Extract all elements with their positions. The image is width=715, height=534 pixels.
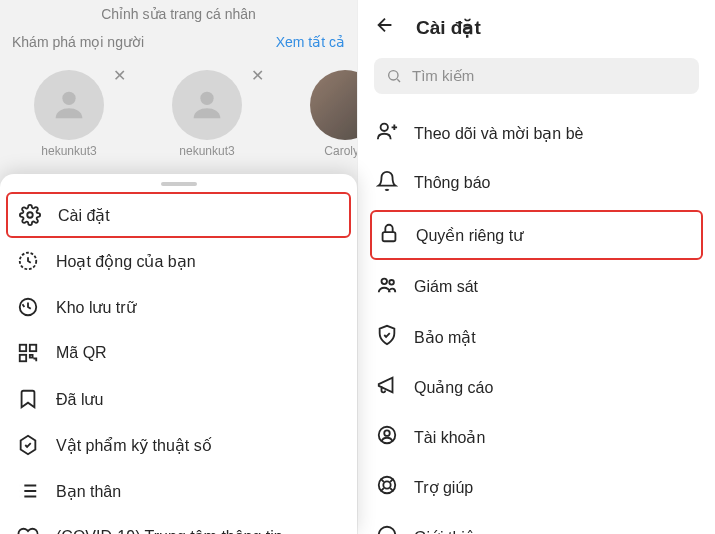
settings-item-supervision[interactable]: Giám sát (358, 262, 715, 312)
settings-title: Cài đặt (416, 16, 481, 39)
menu-item-covid[interactable]: (COVID-19) Trung tâm thông tin (0, 514, 357, 534)
settings-label: Bảo mật (414, 328, 476, 347)
svg-rect-6 (30, 345, 36, 351)
svg-point-12 (389, 280, 394, 285)
settings-header: Cài đặt (358, 0, 715, 48)
settings-item-security[interactable]: Bảo mật (358, 312, 715, 362)
back-icon[interactable] (374, 14, 396, 40)
svg-point-11 (382, 279, 388, 285)
menu-item-digital[interactable]: Vật phẩm kỹ thuật số (0, 422, 357, 468)
menu-label: Bạn thân (56, 482, 121, 501)
right-screenshot: Cài đặt Tìm kiếm Theo dõi và mời bạn bè … (357, 0, 715, 534)
menu-label: Đã lưu (56, 390, 103, 409)
settings-list: Theo dõi và mời bạn bè Thông báo Quyền r… (358, 108, 715, 534)
account-icon (376, 424, 398, 450)
settings-item-account[interactable]: Tài khoản (358, 412, 715, 462)
left-screenshot: Chỉnh sửa trang cá nhân Khám phá mọi ngư… (0, 0, 357, 534)
settings-label: Trợ giúp (414, 478, 473, 497)
svg-point-9 (381, 124, 388, 131)
bell-icon (376, 170, 398, 196)
menu-label: Kho lưu trữ (56, 298, 136, 317)
heart-icon (16, 525, 40, 534)
svg-rect-10 (383, 232, 396, 241)
svg-point-17 (379, 527, 396, 534)
menu-item-activity[interactable]: Hoạt động của bạn (0, 238, 357, 284)
person-plus-icon (376, 120, 398, 146)
settings-item-about[interactable]: Giới thiệu (358, 512, 715, 534)
settings-label: Thông báo (414, 174, 491, 192)
info-icon (376, 524, 398, 534)
clock-icon (16, 249, 40, 273)
archive-icon (16, 295, 40, 319)
svg-rect-7 (20, 355, 26, 361)
menu-label: Vật phẩm kỹ thuật số (56, 436, 212, 455)
search-input[interactable]: Tìm kiếm (374, 58, 699, 94)
users-icon (376, 274, 398, 300)
sheet-handle[interactable] (161, 182, 197, 186)
menu-item-saved[interactable]: Đã lưu (0, 376, 357, 422)
svg-point-2 (27, 212, 33, 218)
menu-list: Cài đặt Hoạt động của bạn Kho lưu trữ Mã… (0, 192, 357, 534)
qr-icon (16, 341, 40, 365)
svg-rect-5 (20, 345, 26, 351)
settings-item-follow[interactable]: Theo dõi và mời bạn bè (358, 108, 715, 158)
svg-point-8 (389, 71, 398, 80)
menu-label: Cài đặt (58, 206, 110, 225)
search-icon (386, 68, 402, 84)
settings-label: Giới thiệu (414, 528, 484, 535)
settings-label: Quyền riêng tư (416, 226, 523, 245)
menu-label: Mã QR (56, 344, 107, 362)
settings-label: Giám sát (414, 278, 478, 296)
settings-item-privacy[interactable]: Quyền riêng tư (370, 210, 703, 260)
settings-label: Tài khoản (414, 428, 485, 447)
lifebuoy-icon (376, 474, 398, 500)
list-icon (16, 479, 40, 503)
settings-item-help[interactable]: Trợ giúp (358, 462, 715, 512)
menu-label: Hoạt động của bạn (56, 252, 196, 271)
settings-item-notifications[interactable]: Thông báo (358, 158, 715, 208)
megaphone-icon (376, 374, 398, 400)
settings-label: Theo dõi và mời bạn bè (414, 124, 583, 143)
svg-point-16 (383, 481, 390, 488)
shield-icon (376, 324, 398, 350)
bottom-sheet: Cài đặt Hoạt động của bạn Kho lưu trữ Mã… (0, 174, 357, 534)
search-placeholder: Tìm kiếm (412, 67, 474, 85)
menu-item-archive[interactable]: Kho lưu trữ (0, 284, 357, 330)
menu-item-close-friends[interactable]: Bạn thân (0, 468, 357, 514)
menu-item-qr[interactable]: Mã QR (0, 330, 357, 376)
hexagon-icon (16, 433, 40, 457)
gear-icon (18, 203, 42, 227)
settings-item-ads[interactable]: Quảng cáo (358, 362, 715, 412)
bookmark-icon (16, 387, 40, 411)
svg-point-14 (384, 430, 390, 436)
menu-item-settings[interactable]: Cài đặt (6, 192, 351, 238)
settings-label: Quảng cáo (414, 378, 493, 397)
lock-icon (378, 222, 400, 248)
menu-label: (COVID-19) Trung tâm thông tin (56, 528, 283, 534)
